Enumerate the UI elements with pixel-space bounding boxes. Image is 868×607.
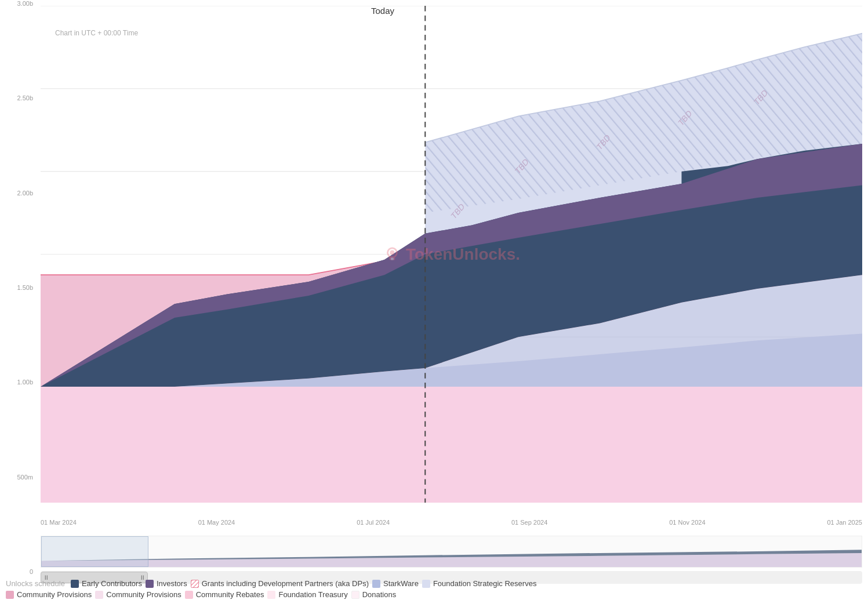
chart-area: TBD TBD TBD TBD TBD TokenUnlocks. <box>41 6 862 503</box>
foundation-strategic-swatch <box>422 580 430 588</box>
legend-community-provisions-dark: Community Provisions <box>6 590 92 599</box>
y-label-250b: 2.50b <box>17 94 33 101</box>
x-label-nov: 01 Nov 2024 <box>669 519 705 526</box>
legend-unlocks-label: Unlocks schedule <box>6 579 65 588</box>
community-rebates-label: Community Rebates <box>196 590 264 599</box>
y-label-150b: 1.50b <box>17 284 33 291</box>
donations-label: Donations <box>362 590 397 599</box>
investors-swatch <box>146 580 154 588</box>
legend-community-provisions-light: Community Provisions <box>95 590 181 599</box>
x-label-mar: 01 Mar 2024 <box>41 519 77 526</box>
legend-row-2: Community Provisions Community Provision… <box>6 590 862 599</box>
y-axis: 0 500m 1.00b 1.50b 2.00b 2.50b 3.00b <box>0 0 38 575</box>
y-label-3b: 3.00b <box>17 0 33 7</box>
investors-label: Investors <box>157 579 187 588</box>
donations-swatch <box>351 591 359 599</box>
early-contributors-label: Early Contributors <box>82 579 142 588</box>
y-label-1b: 1.00b <box>17 379 33 386</box>
legend-foundation-treasury: Foundation Treasury <box>267 590 347 599</box>
foundation-treasury-label: Foundation Treasury <box>278 590 347 599</box>
legend-foundation-strategic: Foundation Strategic Reserves <box>422 579 536 588</box>
early-contributors-swatch <box>71 580 79 588</box>
x-label-jul: 01 Jul 2024 <box>357 519 390 526</box>
scrollbar-mini-chart <box>41 536 862 568</box>
legend-grants: Grants including Development Partners (a… <box>191 579 369 588</box>
legend-donations: Donations <box>351 590 397 599</box>
scrollbar-highlight <box>41 536 148 567</box>
starkware-label: StarkWare <box>383 579 419 588</box>
starkware-swatch <box>372 580 380 588</box>
community-provisions-light-label: Community Provisions <box>106 590 181 599</box>
y-label-500m: 500m <box>17 474 33 481</box>
foundation-strategic-label: Foundation Strategic Reserves <box>433 579 536 588</box>
legend-investors: Investors <box>146 579 187 588</box>
grants-swatch <box>191 580 199 588</box>
x-label-may: 01 May 2024 <box>198 519 235 526</box>
community-provisions-dark-label: Community Provisions <box>17 590 92 599</box>
y-label-2b: 2.00b <box>17 190 33 197</box>
legend-container: Unlocks schedule Early Contributors Inve… <box>0 579 868 607</box>
community-provisions-light-swatch <box>95 591 103 599</box>
legend-community-rebates: Community Rebates <box>185 590 264 599</box>
chart-container: 0 500m 1.00b 1.50b 2.00b 2.50b 3.00b Cha… <box>0 0 868 607</box>
y-label-0: 0 <box>30 568 33 575</box>
x-label-jan: 01 Jan 2025 <box>827 519 862 526</box>
legend-row-1: Unlocks schedule Early Contributors Inve… <box>6 579 862 588</box>
chart-svg: TBD TBD TBD TBD TBD <box>41 6 862 503</box>
x-axis: 01 Mar 2024 01 May 2024 01 Jul 2024 01 S… <box>41 519 862 526</box>
foundation-treasury-swatch <box>267 591 275 599</box>
legend-starkware: StarkWare <box>372 579 419 588</box>
community-rebates-swatch <box>185 591 193 599</box>
x-label-sep: 01 Sep 2024 <box>511 519 547 526</box>
svg-marker-7 <box>41 387 862 503</box>
community-provisions-dark-swatch <box>6 591 14 599</box>
grants-label: Grants including Development Partners (a… <box>202 579 369 588</box>
legend-early-contributors: Early Contributors <box>71 579 142 588</box>
